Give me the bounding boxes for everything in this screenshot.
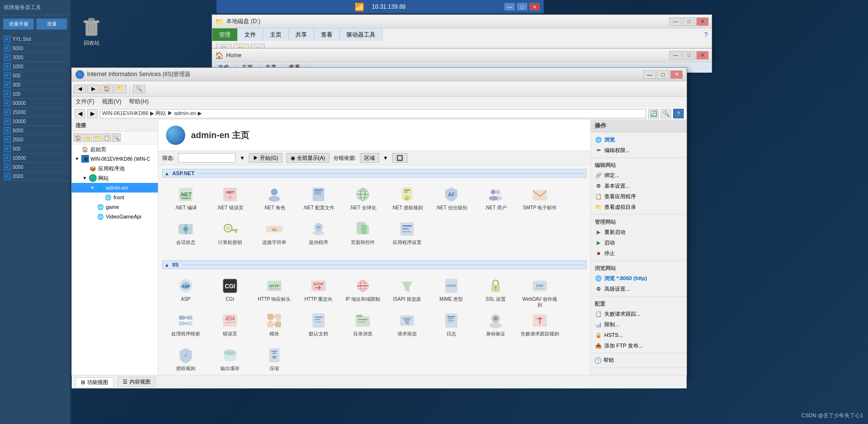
icon-cgi[interactable]: CGI CGI <box>208 274 252 308</box>
tree-btn-5[interactable]: 🔍 <box>112 133 121 142</box>
icon-request-filter[interactable]: 请求筛选 <box>385 308 429 342</box>
tab-driver-tools[interactable]: 驱动器工具 <box>340 28 383 41</box>
tree-game[interactable]: 🌐 game <box>72 202 158 212</box>
icon-isapi-filter[interactable]: ISAPI 筛选器 <box>385 274 429 308</box>
tree-btn-1[interactable]: 🏠 <box>74 133 82 142</box>
iis-section-header[interactable]: ▲ IIS <box>162 260 587 269</box>
fe2-close-btn[interactable]: ✕ <box>696 51 709 60</box>
slot-item[interactable]: ✓ 5000 <box>2 126 68 135</box>
icon-net-auth-rules[interactable]: ✓ .NET 授权规则 <box>385 182 429 216</box>
slot-checkbox[interactable]: ✓ <box>4 127 11 134</box>
iis-refresh-btn[interactable]: 🔄 <box>648 109 659 118</box>
slot-checkbox[interactable]: ✓ <box>4 63 11 70</box>
slot-checkbox[interactable]: ✓ <box>4 145 11 152</box>
slot-item[interactable]: ✓ 5000 <box>2 44 68 53</box>
tree-btn-4[interactable]: 📋 <box>102 133 111 142</box>
rdp-restore-btn[interactable]: □ <box>517 3 527 11</box>
slot-checkbox[interactable]: ✓ <box>4 154 11 161</box>
iis-minimize-btn[interactable]: — <box>643 70 656 79</box>
icon-ip-domain[interactable]: IP 地址和域限制 <box>341 274 384 308</box>
icon-net-roles[interactable]: .NET 角色 <box>253 182 296 216</box>
action-browse[interactable]: 🌐 浏览 <box>591 134 687 145</box>
iis-search-btn[interactable]: 🔍 <box>661 109 671 118</box>
action-view-virtual[interactable]: 📁 查看虚拟目录 <box>591 202 687 212</box>
slot-item[interactable]: ✓ 10000 <box>2 154 68 163</box>
slot-checkbox[interactable]: ✓ <box>4 36 11 42</box>
filter-view-btn[interactable]: 🔲 <box>392 153 408 163</box>
slot-item[interactable]: ✓ 50000 <box>2 99 68 108</box>
iis-forward-btn[interactable]: ▶ <box>87 109 98 118</box>
action-advanced-settings[interactable]: ⚙ 高级设置... <box>591 283 687 294</box>
action-start[interactable]: ▶ 启动 <box>591 237 687 248</box>
icon-error-pages[interactable]: 404 错误页 <box>208 308 252 342</box>
action-bind[interactable]: 🔗 绑定... <box>591 170 687 180</box>
icon-net-trust[interactable]: AF .NET 信任级别 <box>430 182 473 216</box>
icon-mime-types[interactable]: MIME MIME 类型 <box>430 274 473 308</box>
tree-btn-2[interactable]: ⭐ <box>83 133 92 142</box>
tree-front[interactable]: 🌐 front <box>72 193 158 202</box>
rdp-minimize-btn[interactable]: — <box>504 3 515 11</box>
tree-website[interactable]: ▼ 🌐 网站 <box>72 173 158 183</box>
slot-checkbox[interactable]: ✓ <box>4 173 11 180</box>
slot-item[interactable]: ✓ 500 <box>2 71 68 80</box>
action-edit-perms[interactable]: ✏ 编辑权限... <box>591 145 687 155</box>
slot-checkbox[interactable]: ✓ <box>4 90 11 97</box>
menu-file[interactable]: 文件(F) <box>76 98 94 106</box>
icon-webdav[interactable]: DAV WebDAV 创作规则 <box>518 274 562 308</box>
icon-http-redirect[interactable]: HTTP HTTP 重定向 <box>297 274 340 308</box>
iis-address-input[interactable]: WIN-061EVIHKD86 ▶ 网站 ▶ admin-en ▶ <box>100 109 646 118</box>
slot-item[interactable]: ✓ 100 <box>2 90 68 99</box>
icon-ssl[interactable]: SSL 设置 <box>474 274 517 308</box>
icon-net-errors[interactable]: .NET ⚠ .NET 错误页 <box>208 182 252 216</box>
slot-item[interactable]: ✓ 2500 <box>2 135 68 144</box>
tree-btn-3[interactable]: 📁 <box>93 133 102 142</box>
slot-item[interactable]: ✓ 1000 <box>2 62 68 71</box>
action-failed-request[interactable]: 📋 失败请求跟踪... <box>591 308 687 319</box>
slot-item[interactable]: ✓ 5000 <box>2 163 68 172</box>
action-browse-8060[interactable]: 🌐 浏览 *:8060 (http) <box>591 273 687 283</box>
icon-pages-controls[interactable]: 页面和控件 <box>341 217 384 251</box>
icon-session[interactable]: 会话状态 <box>164 217 207 251</box>
icon-compression[interactable]: 压缩 <box>253 343 296 375</box>
icon-http-headers[interactable]: HTTP HTTP 响应标头 <box>253 274 296 308</box>
fe2-minimize-btn[interactable]: — <box>669 51 682 60</box>
slot-checkbox[interactable]: ✓ <box>4 81 11 88</box>
action-view-apps[interactable]: 📋 查看应用程序 <box>591 191 687 202</box>
tree-server[interactable]: ▼ 🖥 WIN-061EVIHKD86 (WIN-C <box>72 154 158 164</box>
action-add-ftp[interactable]: 📤 添加 FTP 发布... <box>591 340 687 351</box>
fe-close-btn[interactable]: ✕ <box>696 17 709 26</box>
action-help[interactable]: ? 帮助 <box>591 355 687 365</box>
menu-help[interactable]: 帮助(H) <box>129 98 149 106</box>
slot-checkbox[interactable]: ✓ <box>4 136 11 143</box>
icon-handler-mappings[interactable]: 处理程序映射 <box>164 308 207 342</box>
toolbar-btn-1[interactable]: ◀ <box>74 85 86 93</box>
icon-auth-rules[interactable]: ✓ 授权规则 <box>164 343 207 375</box>
icon-net-globalization[interactable]: .NET 全球化 <box>341 182 384 216</box>
slot-item[interactable]: ✓ 3000 <box>2 53 68 62</box>
slot-item[interactable]: ✓ YYL Slot <box>2 35 68 44</box>
icon-authentication[interactable]: 身份验证 <box>474 308 517 342</box>
slot-checkbox[interactable]: ✓ <box>4 54 11 61</box>
action-limit[interactable]: 📊 限制... <box>591 319 687 330</box>
filter-area-btn[interactable]: 区域 <box>360 153 379 163</box>
tree-start-page[interactable]: 🏠 起始页 <box>72 144 158 154</box>
tab-content-view[interactable]: ☰ 内容视图 <box>117 377 156 387</box>
icon-dir-browse[interactable]: 目录浏览 <box>341 308 384 342</box>
toolbar-btn-2[interactable]: ▶ <box>87 85 100 93</box>
slot-checkbox[interactable]: ✓ <box>4 72 11 79</box>
slot-item[interactable]: ✓ 2000 <box>2 172 68 181</box>
filter-input[interactable] <box>178 153 236 163</box>
icon-logging[interactable]: 日志 <box>430 308 473 342</box>
icon-net-users[interactable]: .NET 用户 <box>474 182 517 216</box>
slot-checkbox[interactable]: ✓ <box>4 45 11 51</box>
tab-home[interactable]: 主页 <box>263 28 289 41</box>
icon-net-profile[interactable]: .NET 配置文件 <box>297 182 340 216</box>
icon-asp[interactable]: ASP ASP <box>164 274 207 308</box>
slot-item[interactable]: ✓ 25000 <box>2 108 68 117</box>
fe2-maximize-btn[interactable]: □ <box>683 51 695 60</box>
tree-admin-en[interactable]: ▼ 🌐 admin-en <box>72 183 158 193</box>
icon-net-compile[interactable]: .NET .NET 编译 <box>164 182 207 216</box>
tab-file[interactable]: 文件 <box>238 28 263 41</box>
filter-start-btn[interactable]: ▶ 开始(G) <box>249 153 282 163</box>
action-basic-settings[interactable]: ⚙ 基本设置... <box>591 180 687 191</box>
